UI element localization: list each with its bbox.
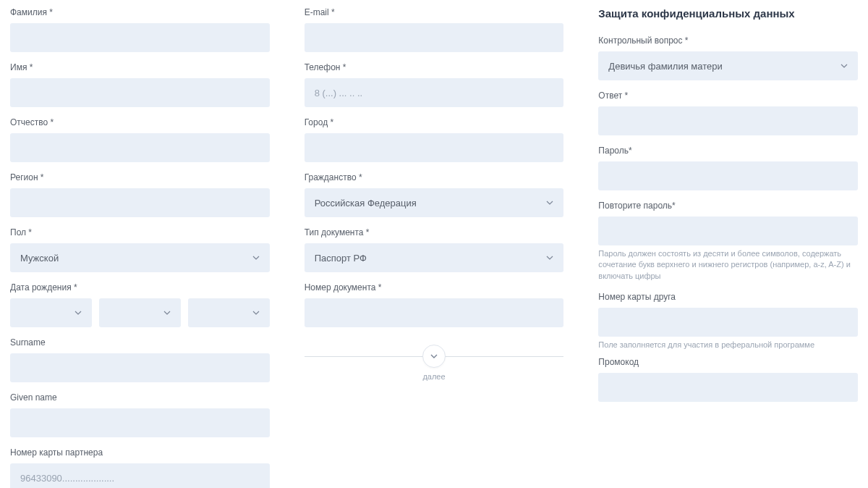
- chevron-down-icon: [546, 254, 553, 261]
- question-value: Девичья фамилия матери: [608, 61, 722, 72]
- doc-type-select[interactable]: Паспорт РФ: [305, 243, 564, 272]
- citizenship-label: Гражданство *: [305, 172, 564, 182]
- name-label: Имя *: [10, 62, 270, 72]
- chevron-down-icon: [252, 309, 260, 316]
- citizenship-value: Российская Федерация: [315, 198, 417, 209]
- doc-number-label: Номер документа *: [305, 282, 564, 293]
- email-input[interactable]: [305, 23, 564, 52]
- friend-card-hint: Поле заполняется для участия в реферальн…: [598, 340, 858, 350]
- dob-year-select[interactable]: [188, 298, 270, 327]
- patronymic-label: Отчество *: [10, 117, 270, 127]
- password2-label: Повторите пароль*: [598, 201, 858, 211]
- answer-label: Ответ *: [598, 91, 858, 101]
- gender-label: Пол *: [10, 227, 270, 237]
- question-select[interactable]: Девичья фамилия матери: [598, 51, 858, 80]
- given-name-label: Given name: [10, 392, 270, 403]
- friend-card-label: Номер карты друга: [598, 292, 858, 302]
- doc-type-value: Паспорт РФ: [315, 253, 367, 264]
- citizenship-select[interactable]: Российская Федерация: [305, 188, 564, 217]
- dob-day-select[interactable]: [10, 298, 92, 327]
- phone-label: Телефон *: [305, 62, 564, 72]
- expand-button[interactable]: [422, 345, 446, 368]
- answer-input[interactable]: [598, 106, 858, 135]
- password-label: Пароль*: [598, 146, 858, 156]
- promo-label: Промокод: [598, 357, 858, 367]
- patronymic-input[interactable]: [10, 133, 270, 162]
- doc-type-label: Тип документа *: [305, 227, 564, 237]
- region-input[interactable]: [10, 188, 270, 217]
- chevron-down-icon: [841, 62, 848, 70]
- gender-value: Мужской: [20, 253, 59, 264]
- surname-en-label: Surname: [10, 337, 270, 348]
- chevron-down-icon: [75, 309, 82, 316]
- expand-label: далее: [422, 372, 445, 381]
- phone-input[interactable]: [305, 78, 564, 107]
- surname-label: Фамилия *: [10, 7, 270, 17]
- chevron-down-icon: [546, 199, 553, 206]
- name-input[interactable]: [10, 78, 270, 107]
- partner-card-input[interactable]: [10, 463, 270, 488]
- password2-input[interactable]: [598, 216, 858, 245]
- gender-select[interactable]: Мужской: [10, 243, 270, 272]
- surname-input[interactable]: [10, 23, 270, 52]
- security-section-title: Защита конфиденциальных данных: [598, 7, 858, 20]
- chevron-down-icon: [163, 309, 171, 316]
- city-label: Город *: [305, 117, 564, 127]
- given-name-input[interactable]: [10, 408, 270, 437]
- email-label: E-mail *: [305, 7, 564, 17]
- chevron-down-icon: [430, 353, 438, 360]
- promo-input[interactable]: [598, 373, 858, 402]
- chevron-down-icon: [252, 254, 260, 261]
- password-hint: Пароль должен состоять из десяти и более…: [598, 248, 858, 282]
- password-input[interactable]: [598, 161, 858, 190]
- partner-card-label: Номер карты партнера: [10, 447, 270, 458]
- question-label: Контрольный вопрос *: [598, 35, 858, 46]
- dob-month-select[interactable]: [99, 298, 181, 327]
- doc-number-input[interactable]: [305, 298, 564, 327]
- region-label: Регион *: [10, 172, 270, 182]
- dob-label: Дата рождения *: [10, 282, 270, 293]
- surname-en-input[interactable]: [10, 353, 270, 382]
- city-input[interactable]: [305, 133, 564, 162]
- friend-card-input[interactable]: [598, 308, 858, 337]
